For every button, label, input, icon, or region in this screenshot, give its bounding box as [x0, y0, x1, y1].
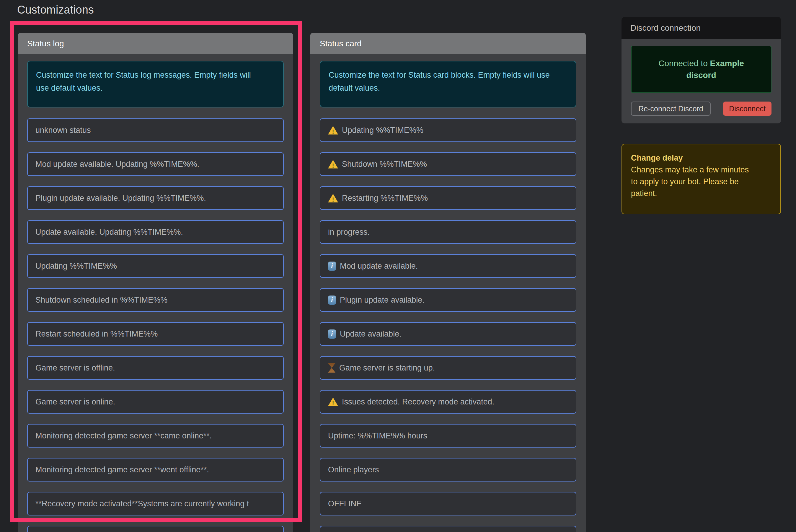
connection-status-text: Connected to Example discord [648, 58, 754, 81]
field-text: Plugin update available. [340, 296, 424, 305]
status-card-field[interactable]: Plugin update available. [320, 288, 576, 312]
status-log-field[interactable]: Game server is online. [27, 390, 284, 414]
change-delay-notice: Change delay Changes may take a few minu… [622, 144, 781, 214]
reconnect-discord-button[interactable]: Re-connect Discord [631, 101, 711, 116]
field-text: unknown status [35, 126, 91, 135]
status-card-panel-header: Status card [310, 33, 586, 54]
status-card-panel-body: Customize the text for Status card block… [310, 54, 586, 532]
connection-status-box: Connected to Example discord [631, 46, 772, 93]
status-log-field[interactable]: **Recovery mode activated**Systems are c… [27, 492, 284, 515]
warning-icon [328, 398, 338, 406]
status-card-info-box: Customize the text for Status card block… [320, 61, 576, 108]
discord-connection-body: Connected to Example discord Re-connect … [622, 39, 781, 116]
warning-icon [328, 160, 338, 169]
status-log-field[interactable]: Plugin update available. Updating %%TIME… [27, 186, 284, 210]
discord-connection-panel: Discord connection Connected to Example … [622, 17, 781, 124]
field-text: in progress. [328, 228, 369, 237]
field-text: Game server is offline. [35, 363, 115, 373]
change-delay-title: Change delay [631, 152, 755, 164]
discord-button-row: Re-connect Discord Disconnect [631, 101, 772, 116]
status-log-field[interactable]: Monitoring detected game server **went o… [27, 458, 284, 481]
field-text: Restarting %%TIME%% [342, 194, 428, 203]
field-text: Mod update available. Updating %%TIME%%. [35, 160, 199, 169]
info-icon [328, 296, 336, 305]
status-log-panel-header: Status log [18, 33, 293, 54]
info-icon [328, 262, 336, 271]
status-card-field[interactable]: Update available. [320, 322, 576, 346]
status-card-field[interactable] [320, 526, 576, 532]
status-card-field[interactable]: Issues detected. Recovery mode activated… [320, 390, 576, 414]
field-text: Updating %%TIME%% [342, 126, 423, 135]
status-card-field[interactable]: Uptime: %%TIME%% hours [320, 424, 576, 448]
field-text: Shutdown %%TIME%% [342, 160, 427, 169]
status-log-field[interactable]: Mod update available. Updating %%TIME%%. [27, 152, 284, 176]
field-text: Mod update available. [340, 262, 418, 271]
field-text: Shutdown scheduled in %%TIME%% [35, 296, 167, 305]
status-log-panel-body: Customize the text for Status log messag… [18, 54, 293, 532]
field-text: Uptime: %%TIME%% hours [328, 431, 427, 440]
discord-connection-header: Discord connection [622, 17, 781, 39]
status-log-panel: Status log Customize the text for Status… [18, 33, 293, 532]
status-card-field[interactable]: Mod update available. [320, 254, 576, 278]
field-text: OFFLINE [328, 499, 362, 508]
warning-icon [328, 194, 338, 203]
status-log-field[interactable]: Updating %%TIME%% [27, 254, 284, 278]
field-text: Restart scheduled in %%TIME%% [35, 329, 158, 339]
field-text: Plugin update available. Updating %%TIME… [35, 194, 206, 203]
field-text: Game server is online. [35, 397, 115, 406]
status-log-field[interactable]: Monitoring detected game server **came o… [27, 424, 284, 448]
status-log-field[interactable]: Restart scheduled in %%TIME%% [27, 322, 284, 346]
status-card-field[interactable]: Game server is starting up. [320, 356, 576, 380]
status-card-panel: Status card Customize the text for Statu… [310, 33, 586, 532]
field-text: Game server is starting up. [339, 363, 435, 373]
status-card-field[interactable]: Online players [320, 458, 576, 481]
field-text: Issues detected. Recovery mode activated… [342, 397, 494, 406]
status-card-field[interactable]: Updating %%TIME%% [320, 118, 576, 142]
field-text: Monitoring detected game server **came o… [35, 431, 212, 440]
warning-icon [328, 126, 338, 135]
status-log-field[interactable] [27, 526, 284, 532]
field-text: Updating %%TIME%% [35, 262, 117, 271]
status-card-field[interactable]: OFFLINE [320, 492, 576, 515]
status-card-field[interactable]: Restarting %%TIME%% [320, 186, 576, 210]
status-card-field[interactable]: in progress. [320, 220, 576, 244]
status-log-field[interactable]: unknown status [27, 118, 284, 142]
field-text: Update available. [340, 329, 401, 339]
status-log-field[interactable]: Shutdown scheduled in %%TIME%% [27, 288, 284, 312]
info-icon [328, 329, 336, 339]
status-card-field[interactable]: Shutdown %%TIME%% [320, 152, 576, 176]
disconnect-button[interactable]: Disconnect [723, 101, 772, 116]
field-text: Update available. Updating %%TIME%%. [35, 228, 183, 237]
change-delay-body: Changes may take a few minutes to apply … [631, 164, 755, 199]
hourglass-icon [328, 363, 336, 373]
field-text: Monitoring detected game server **went o… [35, 465, 209, 474]
page-title: Customizations [17, 3, 94, 16]
field-text: **Recovery mode activated**Systems are c… [35, 499, 249, 508]
status-log-info-box: Customize the text for Status log messag… [27, 61, 284, 108]
status-log-field[interactable]: Update available. Updating %%TIME%%. [27, 220, 284, 244]
field-text: Online players [328, 465, 379, 474]
status-log-field[interactable]: Game server is offline. [27, 356, 284, 380]
